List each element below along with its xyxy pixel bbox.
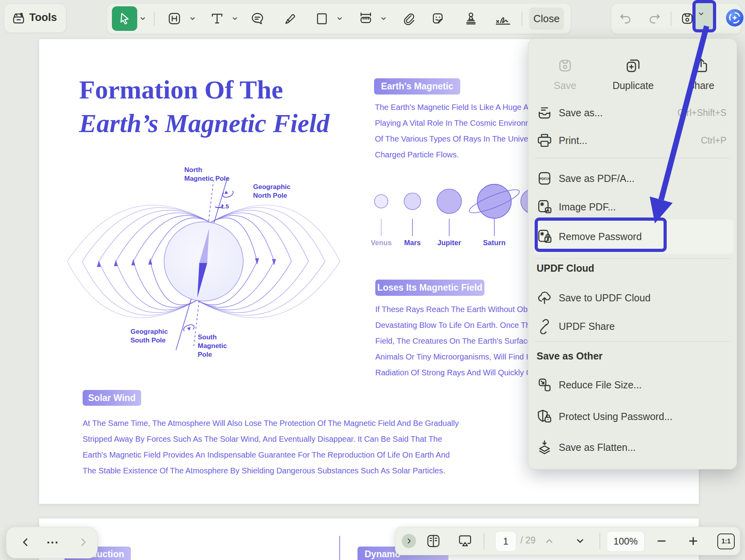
menu-item-protect-using-password[interactable]: Protect Using Password...: [533, 402, 731, 431]
undo-button[interactable]: [618, 11, 634, 26]
shape-tool-button[interactable]: [314, 11, 330, 26]
measure-tool-button[interactable]: [358, 11, 374, 26]
menu-item-updf-share[interactable]: UPDF Share: [533, 312, 731, 341]
label-geographic-north-pole: Geographic North Pole: [253, 183, 290, 200]
menu-item-save-as-pdfa[interactable]: PDF/A Save as PDF/A...: [533, 164, 731, 193]
menu-header-save-as-other: Save as Other: [537, 350, 603, 362]
toolbar-divider: [154, 11, 155, 26]
paragraph-loses-field: If These Rays Reach The Earth Without Ob…: [375, 301, 538, 380]
link-icon: [537, 318, 552, 334]
menu-quick-save: Save: [535, 57, 595, 91]
select-tool-chevron[interactable]: [139, 15, 146, 22]
heading-tool-button[interactable]: [166, 11, 182, 26]
shield-lock-icon: [537, 409, 552, 424]
label-north-magnetic-pole: North Magnetic Pole: [184, 166, 229, 183]
label-geographic-south-pole: Geographic South Pole: [130, 327, 168, 345]
close-button[interactable]: Close: [529, 8, 564, 30]
shortcut-save-as: Ctrl+Shift+S: [677, 108, 726, 118]
text-tool-chevron[interactable]: [231, 15, 238, 22]
more-pages-button[interactable]: ...: [47, 533, 59, 546]
page-thumbnails-button[interactable]: [425, 533, 441, 549]
doc-title-line1: Formation Of The: [79, 75, 283, 105]
menu-divider: [535, 258, 730, 259]
zoom-in-button[interactable]: [687, 535, 699, 547]
bottom-toolbar: 1 / 29 100% 1:1: [395, 527, 740, 555]
menu-item-print[interactable]: Print... Ctrl+P: [533, 126, 731, 155]
toolbar-divider: [522, 11, 522, 26]
svg-text:PDF/A: PDF/A: [539, 177, 550, 181]
badge-loses-magnetic-field: Loses Its Magnetic Field: [375, 280, 484, 296]
planet-tick: [449, 219, 450, 236]
back-chevron-button[interactable]: [20, 537, 31, 548]
pdfa-icon: PDF/A: [537, 170, 552, 186]
stamp-tool-button[interactable]: [463, 11, 479, 26]
actual-size-button[interactable]: 1:1: [717, 534, 735, 549]
select-tool-button[interactable]: [112, 6, 137, 31]
save-as-icon: [537, 105, 552, 121]
next-page-button[interactable]: [575, 536, 585, 546]
presentation-mode-button[interactable]: [457, 533, 473, 549]
planet-tick: [494, 219, 495, 236]
paragraph-earths-magnetic: The Earth's Magnetic Field Is Like A Hug…: [375, 99, 536, 163]
planet-tick: [412, 219, 413, 236]
measure-tool-chevron[interactable]: [380, 15, 387, 22]
page2-divider-line: [339, 536, 340, 560]
badge-earths-magnetic: Earth's Magnetic: [374, 78, 460, 95]
signature-tool-button[interactable]: [494, 11, 512, 26]
text-tool-button[interactable]: [209, 11, 225, 26]
attachment-tool-button[interactable]: [401, 11, 416, 26]
menu-divider: [535, 341, 730, 342]
menu-item-save-as-flatten[interactable]: Save as Flatten...: [533, 433, 731, 462]
zoom-level-input[interactable]: 100%: [607, 531, 645, 552]
planet-label-jupiter: Jupiter: [431, 239, 467, 247]
updf-ai-button[interactable]: [726, 13, 744, 31]
save-menu-chevron-button[interactable]: [698, 10, 705, 17]
doc-title-line2: Earth’s Magnetic Field: [79, 108, 329, 138]
print-icon: [537, 132, 552, 148]
main-toolbar: Close: [107, 3, 571, 34]
menu-quick-share[interactable]: Share: [671, 57, 731, 91]
pencil-tool-button[interactable]: [283, 11, 299, 26]
redo-button[interactable]: [646, 11, 662, 26]
planet-tick: [381, 219, 382, 236]
toolbar-divider: [484, 533, 484, 549]
file-save-menu: Save Duplicate Share Save as... Ctrl+Shi…: [528, 38, 737, 469]
menu-item-save-to-updf-cloud[interactable]: Save to UPDF Cloud: [533, 284, 731, 312]
magnetic-field-diagram: [47, 168, 368, 394]
tools-label: Tools: [29, 11, 57, 24]
planet-label-saturn: Saturn: [476, 239, 512, 247]
tools-button[interactable]: Tools: [4, 4, 66, 33]
save-icon-button[interactable]: [679, 11, 695, 26]
expand-panel-button[interactable]: [402, 534, 416, 548]
sticker-tool-button[interactable]: [430, 11, 446, 26]
image-pdf-icon: [537, 199, 552, 215]
label-south-magnetic-pole: South Magnetic Pole: [198, 333, 227, 359]
menu-header-updf-cloud: UPDF Cloud: [537, 263, 594, 274]
zoom-out-button[interactable]: [656, 535, 667, 547]
shortcut-print: Ctrl+P: [701, 135, 726, 146]
pointer-icon: [117, 11, 132, 26]
menu-item-save-as[interactable]: Save as... Ctrl+Shift+S: [533, 98, 731, 127]
forward-chevron-button[interactable]: [78, 537, 89, 548]
toolbox-icon: [11, 10, 26, 26]
menu-item-image-pdf[interactable]: Image PDF...: [533, 193, 731, 221]
updf-app-window: Tools: [0, 0, 745, 560]
menu-item-reduce-file-size[interactable]: Reduce File Size...: [533, 371, 731, 399]
page-total-label: / 29: [520, 535, 535, 546]
menu-quick-duplicate[interactable]: Duplicate: [603, 57, 663, 91]
menu-item-remove-password[interactable]: Remove Password: [533, 222, 731, 251]
comment-tool-button[interactable]: [250, 11, 265, 26]
badge-solar-wind: Solar Wind: [83, 390, 141, 406]
shape-tool-chevron[interactable]: [336, 15, 343, 22]
flatten-layers-icon: [537, 439, 552, 455]
previous-page-button[interactable]: [544, 536, 554, 546]
heading-tool-chevron[interactable]: [189, 15, 196, 22]
history-nav-pill: ...: [6, 527, 98, 558]
cloud-upload-icon: [537, 290, 552, 306]
close-label: Close: [533, 13, 560, 25]
planet-label-venus: Venus: [363, 239, 399, 247]
menu-divider: [535, 158, 730, 158]
page-number-input[interactable]: 1: [495, 531, 516, 552]
planet-label-mars: Mars: [395, 239, 430, 247]
reduce-size-icon: [537, 377, 552, 393]
